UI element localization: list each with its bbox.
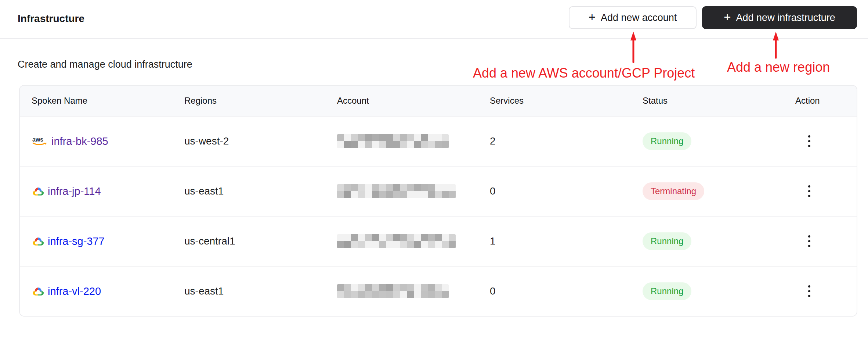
account-redacted <box>337 284 449 298</box>
kebab-dot-icon <box>808 285 810 288</box>
status-cell: Terminating <box>643 182 795 200</box>
spoken-name-cell: aws <box>32 135 184 147</box>
gcp-icon <box>32 286 45 297</box>
services-count: 1 <box>490 235 643 247</box>
svg-text:aws: aws <box>32 136 43 143</box>
column-header-account: Account <box>337 96 490 106</box>
gcp-icon <box>32 236 45 247</box>
kebab-dot-icon <box>808 235 810 238</box>
plus-icon: + <box>724 11 731 23</box>
status-badge: Running <box>643 132 691 150</box>
status-badge: Terminating <box>643 182 704 200</box>
row-actions-kebab-menu-button[interactable] <box>801 131 817 152</box>
services-count: 0 <box>490 185 643 197</box>
table-row: aws <box>20 117 857 167</box>
infrastructure-name-link[interactable]: infra-vl-220 <box>48 285 101 297</box>
topbar: Infrastructure + Add new account + Add n… <box>0 0 868 39</box>
kebab-dot-icon <box>808 195 810 197</box>
column-header-spoken-name: Spoken Name <box>32 96 184 106</box>
add-new-account-button[interactable]: + Add new account <box>569 6 697 29</box>
kebab-dot-icon <box>808 135 810 138</box>
kebab-dot-icon <box>808 295 810 297</box>
add-new-infrastructure-button[interactable]: + Add new infrastructure <box>702 6 857 29</box>
annotation-arrow-up-icon <box>629 31 637 63</box>
kebab-dot-icon <box>808 290 810 292</box>
table-row: aws <box>20 167 857 217</box>
infrastructure-table: Spoken Name Regions Account Services Sta… <box>19 85 857 317</box>
account-cell <box>337 184 490 198</box>
table-row: aws <box>20 267 857 316</box>
account-cell <box>337 134 490 148</box>
action-cell <box>795 281 857 302</box>
status-cell: Running <box>643 132 795 150</box>
account-redacted <box>337 184 456 198</box>
account-redacted <box>337 134 449 148</box>
services-count: 0 <box>490 285 643 297</box>
services-count: 2 <box>490 135 643 147</box>
action-cell <box>795 181 857 202</box>
account-cell <box>337 284 490 298</box>
aws-icon: aws <box>32 135 48 147</box>
column-header-regions: Regions <box>184 96 337 106</box>
plus-icon: + <box>589 11 596 23</box>
row-actions-kebab-menu-button[interactable] <box>801 281 817 302</box>
status-cell: Running <box>643 232 795 250</box>
kebab-dot-icon <box>808 240 810 242</box>
spoken-name-cell: aws <box>32 235 184 247</box>
add-new-account-label: Add new account <box>601 12 677 24</box>
action-cell <box>795 231 857 252</box>
annotation-add-region: Add a new region <box>727 60 830 75</box>
kebab-dot-icon <box>808 245 810 247</box>
column-header-services: Services <box>490 96 643 106</box>
kebab-dot-icon <box>808 185 810 188</box>
region-text: us-west-2 <box>184 135 337 147</box>
column-header-action: Action <box>795 96 857 106</box>
region-text: us-east1 <box>184 285 337 297</box>
gcp-icon <box>32 186 45 197</box>
status-badge: Running <box>643 282 691 300</box>
spoken-name-cell: aws <box>32 285 184 297</box>
status-badge: Running <box>643 232 691 250</box>
table-header-row: Spoken Name Regions Account Services Sta… <box>20 86 857 117</box>
account-redacted <box>337 234 456 248</box>
kebab-dot-icon <box>808 190 810 192</box>
region-text: us-central1 <box>184 235 337 247</box>
kebab-dot-icon <box>808 140 810 142</box>
action-cell <box>795 131 857 152</box>
infrastructure-name-link[interactable]: infra-jp-114 <box>48 185 101 197</box>
status-cell: Running <box>643 282 795 300</box>
row-actions-kebab-menu-button[interactable] <box>801 181 817 202</box>
add-new-infrastructure-label: Add new infrastructure <box>736 12 835 24</box>
spoken-name-cell: aws <box>32 185 184 197</box>
infrastructure-name-link[interactable]: infra-sg-377 <box>48 235 105 247</box>
page-title: Infrastructure <box>18 0 84 38</box>
annotation-arrow-up-icon <box>772 31 780 59</box>
infrastructure-name-link[interactable]: infra-bk-985 <box>51 135 108 147</box>
region-text: us-east1 <box>184 185 337 197</box>
row-actions-kebab-menu-button[interactable] <box>801 231 817 252</box>
column-header-status: Status <box>643 96 795 106</box>
table-body: aws <box>20 117 857 316</box>
annotation-add-account: Add a new AWS account/GCP Project <box>473 65 695 81</box>
table-row: aws <box>20 217 857 267</box>
page-subtitle: Create and manage cloud infrastructure <box>18 59 192 70</box>
kebab-dot-icon <box>808 145 810 147</box>
account-cell <box>337 234 490 248</box>
